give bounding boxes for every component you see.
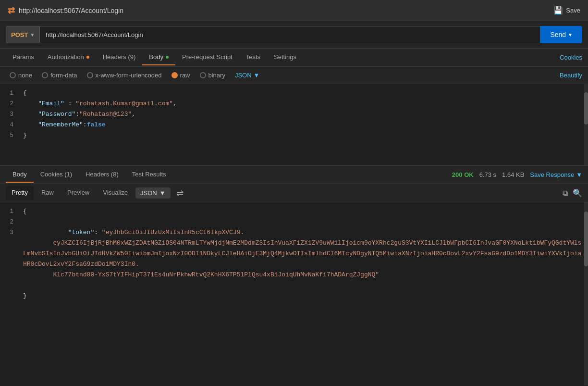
resp-line-num-2: 2 — [0, 217, 19, 227]
tab-settings-label: Settings — [274, 53, 296, 61]
tab-authorization[interactable]: Authorization — [41, 50, 96, 65]
method-select[interactable]: POST ▼ — [6, 26, 40, 43]
body-options: none form-data x-www-form-urlencoded raw… — [0, 67, 588, 84]
radio-urlencoded — [87, 72, 93, 78]
tab-headers[interactable]: Headers (9) — [96, 50, 143, 65]
request-bar: POST ▼ Send ▼ — [0, 21, 588, 49]
tab-tests[interactable]: Tests — [239, 50, 267, 65]
method-label: POST — [11, 31, 28, 38]
tab-params-label: Params — [12, 53, 34, 61]
view-tab-raw-label: Raw — [41, 189, 54, 196]
option-binary-label: binary — [208, 72, 225, 79]
view-tabs-row: Pretty Raw Preview Visualize JSON ▼ ⇌ ⧉ … — [0, 184, 588, 202]
method-chevron-icon: ▼ — [30, 32, 35, 37]
option-urlencoded-label: x-www-form-urlencoded — [96, 72, 162, 79]
view-tab-preview-label: Preview — [67, 189, 89, 196]
request-tabs-row: Params Authorization Headers (9) Body Pr… — [0, 49, 588, 67]
option-none[interactable]: none — [6, 71, 36, 80]
editor-scrollbar-thumb — [584, 92, 588, 125]
radio-form-data — [42, 72, 48, 78]
option-raw[interactable]: raw — [168, 71, 194, 80]
view-tab-pretty-label: Pretty — [12, 189, 28, 196]
option-form-data-label: form-data — [50, 72, 77, 79]
line-num-2: 2 — [0, 99, 19, 109]
resp-tab-test-results[interactable]: Test Results — [125, 167, 173, 183]
save-response-chevron-icon: ▼ — [576, 171, 582, 178]
resp-code-line-1: { — [19, 206, 588, 217]
response-json-select[interactable]: JSON ▼ — [135, 187, 171, 199]
send-chevron-icon: ▼ — [568, 32, 573, 37]
response-time: 6.73 s — [479, 171, 496, 178]
save-response-button[interactable]: Save Response ▼ — [530, 171, 582, 178]
resp-line-num-1: 1 — [0, 206, 19, 217]
top-bar: ⇄ http://localhost:5067/Account/Login 💾 … — [0, 0, 588, 21]
resp-tab-test-results-label: Test Results — [132, 171, 166, 178]
response-code-lines: { "token": "eyJhbGciOiJIUzUxMiIsInR5cCI6… — [19, 202, 588, 305]
request-line-numbers: 1 2 3 4 5 — [0, 84, 19, 145]
http-icon: ⇄ — [8, 5, 15, 16]
request-body-editor[interactable]: 1 2 3 4 5 { "Email" : "rohatash.Kumar@gm… — [0, 84, 588, 166]
option-binary[interactable]: binary — [196, 71, 229, 80]
save-response-label: Save Response — [530, 171, 574, 178]
response-scrollbar[interactable] — [584, 202, 588, 386]
search-button[interactable]: 🔍 — [573, 188, 582, 198]
save-button[interactable]: 💾 Save — [553, 6, 580, 15]
cookies-link[interactable]: Cookies — [560, 54, 582, 61]
resp-tab-body-label: Body — [12, 171, 27, 178]
tab-headers-label: Headers (9) — [103, 53, 136, 61]
wrap-icon[interactable]: ⇌ — [176, 188, 184, 199]
resp-tab-body[interactable]: Body — [6, 167, 34, 183]
response-meta: 200 OK 6.73 s 1.64 KB Save Response ▼ — [452, 171, 582, 178]
line-num-3: 3 — [0, 109, 19, 120]
top-bar-left: ⇄ http://localhost:5067/Account/Login — [8, 5, 123, 16]
line-num-1: 1 — [0, 88, 19, 99]
tab-tests-label: Tests — [246, 53, 260, 61]
view-tab-pretty[interactable]: Pretty — [6, 186, 34, 200]
tab-authorization-label: Authorization — [48, 53, 84, 61]
resp-tab-headers[interactable]: Headers (8) — [79, 167, 125, 183]
send-button[interactable]: Send ▼ — [540, 26, 582, 43]
resp-line-num-3: 3 — [0, 227, 19, 238]
response-json-label: JSON — [140, 189, 157, 197]
option-none-label: none — [18, 72, 32, 79]
send-label: Send — [550, 31, 566, 38]
tab-settings[interactable]: Settings — [267, 50, 303, 65]
option-form-data[interactable]: form-data — [38, 71, 81, 80]
tab-pre-request[interactable]: Pre-request Script — [175, 50, 239, 65]
view-tab-raw[interactable]: Raw — [36, 186, 60, 200]
option-urlencoded[interactable]: x-www-form-urlencoded — [83, 71, 166, 80]
resp-tab-cookies-label: Cookies (1) — [40, 171, 72, 178]
request-code-lines: { "Email" : "rohatash.Kumar@gmail.com", … — [19, 84, 588, 145]
response-body-editor[interactable]: 1 2 3 { "token": "eyJhbGciOiJIUzUxMiIsIn… — [0, 202, 588, 386]
code-line-4: "RememberMe":false — [19, 120, 588, 130]
code-line-1: { — [19, 88, 588, 99]
response-scrollbar-thumb — [584, 212, 588, 266]
response-line-numbers: 1 2 3 — [0, 202, 19, 305]
response-tabs-row: Body Cookies (1) Headers (8) Test Result… — [0, 166, 588, 184]
authorization-dot — [86, 56, 89, 59]
line-num-4: 4 — [0, 120, 19, 130]
editor-scrollbar[interactable] — [584, 84, 588, 165]
top-bar-url: http://localhost:5067/Account/Login — [19, 7, 123, 14]
view-icons: ⧉ 🔍 — [563, 188, 582, 198]
resp-code-line-3: } — [19, 291, 588, 301]
tab-pre-request-label: Pre-request Script — [182, 53, 233, 61]
radio-none — [10, 72, 16, 78]
url-input[interactable] — [40, 26, 540, 43]
beautify-button[interactable]: Beautify — [560, 72, 582, 79]
tab-body[interactable]: Body — [142, 50, 175, 65]
json-format-select[interactable]: JSON ▼ — [231, 71, 264, 80]
code-line-3: "Password":"Rohatash@123", — [19, 109, 588, 120]
body-dot — [166, 56, 169, 59]
resp-tab-cookies[interactable]: Cookies (1) — [34, 167, 79, 183]
save-icon: 💾 — [553, 6, 563, 15]
json-format-label: JSON — [235, 72, 252, 79]
view-tab-preview[interactable]: Preview — [61, 186, 95, 200]
save-label: Save — [566, 7, 580, 14]
resp-tab-headers-label: Headers (8) — [86, 171, 119, 178]
copy-button[interactable]: ⧉ — [563, 188, 568, 198]
json-chevron-icon: ▼ — [254, 72, 260, 79]
tab-params[interactable]: Params — [6, 50, 41, 65]
radio-binary — [200, 72, 206, 78]
view-tab-visualize[interactable]: Visualize — [97, 186, 134, 200]
